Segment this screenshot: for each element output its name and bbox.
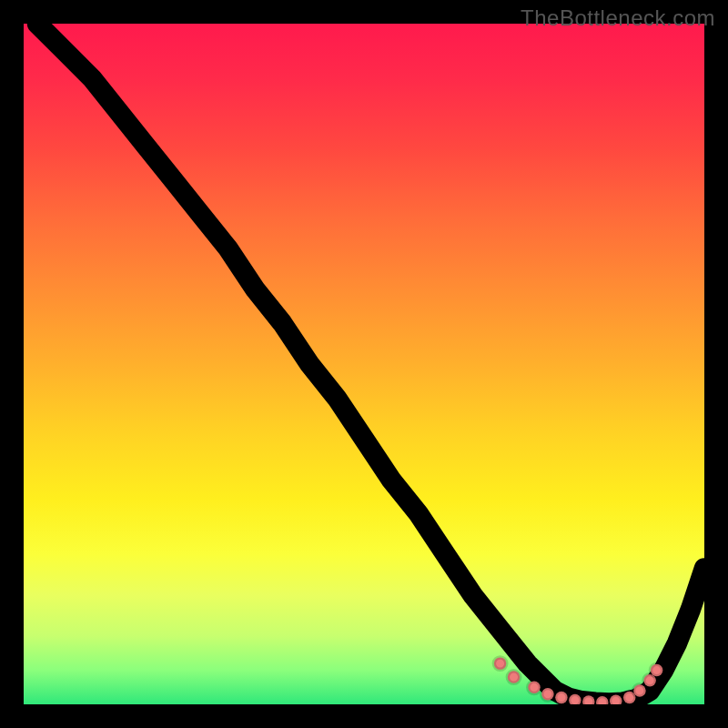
chart-frame: TheBottleneck.com [0, 0, 728, 728]
curve-layer [24, 24, 704, 704]
data-marker [633, 684, 645, 696]
data-marker [651, 664, 662, 676]
plot-area [24, 24, 704, 704]
data-marker [610, 695, 622, 704]
data-marker [541, 688, 553, 700]
data-marker [494, 657, 506, 669]
data-marker [508, 671, 520, 682]
data-marker [555, 692, 567, 703]
data-marker [582, 695, 594, 704]
bottleneck-curve [37, 24, 704, 703]
data-marker [569, 694, 581, 704]
watermark-text: TheBottleneck.com [521, 5, 715, 31]
data-marker [528, 682, 540, 693]
data-marker [596, 696, 608, 704]
